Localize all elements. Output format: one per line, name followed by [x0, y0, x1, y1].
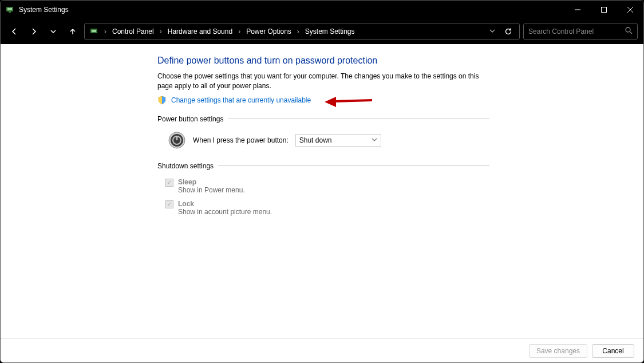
svg-rect-1 — [9, 11, 11, 13]
section-label: Shutdown settings — [157, 162, 214, 170]
power-button-dropdown[interactable]: Shut down — [295, 134, 381, 147]
content-area: Define power buttons and turn on passwor… — [1, 44, 643, 338]
svg-rect-4 — [602, 7, 607, 13]
breadcrumb-item[interactable]: Power Options — [246, 27, 291, 35]
save-changes-button: Save changes — [529, 344, 587, 358]
svg-line-10 — [630, 31, 632, 34]
page-description: Choose the power settings that you want … — [157, 72, 489, 91]
search-input[interactable] — [528, 27, 625, 35]
checkbox-disabled: ✓ — [165, 179, 173, 187]
footer: Save changes Cancel — [1, 338, 643, 362]
breadcrumb-item[interactable]: Hardware and Sound — [168, 27, 232, 35]
svg-line-11 — [334, 100, 372, 101]
cancel-button[interactable]: Cancel — [592, 344, 634, 358]
check-title: Sleep — [178, 178, 245, 186]
address-bar[interactable]: › Control Panel › Hardware and Sound › P… — [84, 23, 520, 40]
change-unavailable-settings-link[interactable]: Change settings that are currently unava… — [171, 96, 311, 104]
back-button[interactable] — [6, 23, 22, 40]
svg-rect-2 — [7, 8, 12, 10]
svg-rect-8 — [92, 30, 96, 32]
check-sub: Show in Power menu. — [178, 186, 245, 194]
annotation-arrow-icon — [323, 93, 375, 109]
close-button[interactable] — [617, 1, 643, 19]
breadcrumb-item[interactable]: System Settings — [305, 27, 355, 35]
navbar: › Control Panel › Hardware and Sound › P… — [1, 19, 643, 44]
app-icon — [5, 5, 14, 14]
chevron-down-icon[interactable] — [486, 27, 499, 35]
section-shutdown: Shutdown settings — [157, 162, 489, 170]
chevron-right-icon: › — [236, 27, 243, 35]
section-power-button: Power button settings — [157, 115, 489, 123]
power-button-label: When I press the power button: — [193, 136, 289, 144]
chevron-right-icon: › — [295, 27, 302, 35]
up-button[interactable] — [65, 23, 81, 40]
check-title: Lock — [178, 200, 272, 208]
power-icon — [168, 131, 186, 149]
maximize-button[interactable] — [591, 1, 617, 19]
chevron-down-icon — [372, 136, 377, 144]
search-icon[interactable] — [625, 27, 633, 36]
check-sub: Show in account picture menu. — [178, 208, 272, 216]
sleep-option: ✓ Sleep Show in Power menu. — [157, 178, 489, 194]
svg-point-9 — [626, 27, 630, 32]
search-box[interactable] — [523, 23, 638, 40]
svg-marker-12 — [325, 97, 336, 107]
recent-locations-button[interactable] — [45, 23, 61, 40]
breadcrumb-item[interactable]: Control Panel — [112, 27, 154, 35]
section-label: Power button settings — [157, 115, 223, 123]
shield-icon — [157, 96, 167, 105]
minimize-button[interactable] — [564, 1, 591, 19]
forward-button[interactable] — [26, 23, 42, 40]
chevron-right-icon: › — [157, 27, 164, 35]
lock-option: ✓ Lock Show in account picture menu. — [157, 200, 489, 216]
control-panel-icon — [89, 27, 98, 36]
refresh-button[interactable] — [502, 25, 515, 38]
chevron-right-icon: › — [102, 27, 109, 35]
dropdown-value: Shut down — [299, 136, 332, 144]
checkbox-disabled: ✓ — [165, 200, 173, 208]
window-title: System Settings — [19, 6, 69, 14]
titlebar: System Settings — [1, 1, 643, 19]
page-title: Define power buttons and turn on passwor… — [157, 56, 489, 66]
